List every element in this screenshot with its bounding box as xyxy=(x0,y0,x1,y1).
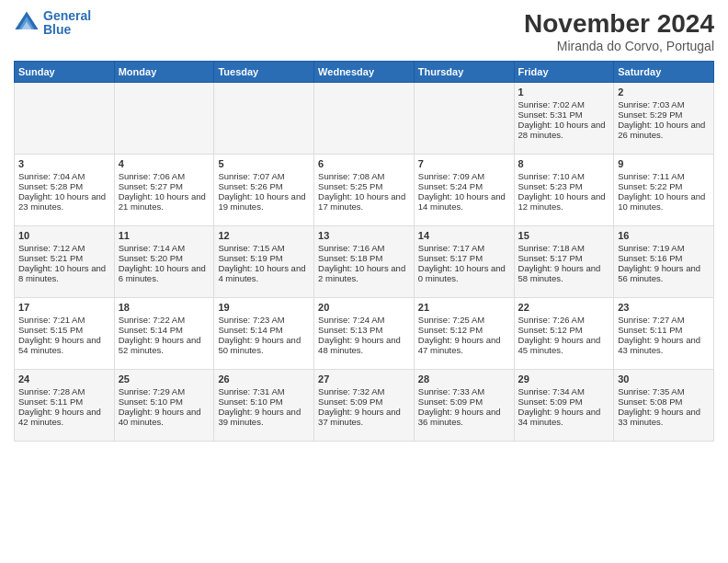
cell-info: Sunset: 5:14 PM xyxy=(119,325,210,335)
cell-info: Sunset: 5:09 PM xyxy=(418,396,510,407)
cell-info: Sunset: 5:27 PM xyxy=(119,181,210,191)
header: General Blue November 2024 Miranda do Co… xyxy=(14,9,714,53)
cell-info: Daylight: 9 hours and 42 minutes. xyxy=(18,407,110,427)
cell-info: Sunrise: 7:35 AM xyxy=(618,386,710,396)
cell-info: Sunrise: 7:31 AM xyxy=(218,386,310,396)
day-number: 14 xyxy=(418,230,510,241)
calendar-cell: 5Sunrise: 7:07 AMSunset: 5:26 PMDaylight… xyxy=(214,155,314,226)
cell-info: Sunset: 5:23 PM xyxy=(518,181,610,191)
cell-info: Sunset: 5:12 PM xyxy=(418,325,510,335)
cell-info: Daylight: 10 hours and 10 minutes. xyxy=(618,191,710,212)
calendar-cell xyxy=(314,83,415,155)
day-number: 16 xyxy=(618,230,710,241)
cell-info: Daylight: 9 hours and 43 minutes. xyxy=(618,335,710,355)
cell-info: Daylight: 9 hours and 37 minutes. xyxy=(318,407,410,427)
col-monday: Monday xyxy=(114,62,214,83)
day-number: 10 xyxy=(18,230,110,241)
day-number: 13 xyxy=(318,230,410,241)
cell-info: Sunset: 5:21 PM xyxy=(18,253,110,263)
day-number: 9 xyxy=(618,158,710,169)
day-number: 23 xyxy=(618,302,710,313)
calendar-cell: 7Sunrise: 7:09 AMSunset: 5:24 PMDaylight… xyxy=(414,155,514,226)
cell-info: Sunset: 5:09 PM xyxy=(518,396,610,407)
cell-info: Daylight: 9 hours and 47 minutes. xyxy=(418,335,510,355)
cell-info: Daylight: 10 hours and 4 minutes. xyxy=(218,263,310,283)
day-number: 7 xyxy=(418,158,510,169)
week-row-2: 3Sunrise: 7:04 AMSunset: 5:28 PMDaylight… xyxy=(15,155,714,226)
cell-info: Sunrise: 7:03 AM xyxy=(618,99,710,109)
cell-info: Sunrise: 7:18 AM xyxy=(518,243,610,253)
week-row-3: 10Sunrise: 7:12 AMSunset: 5:21 PMDayligh… xyxy=(15,226,714,298)
calendar-cell: 17Sunrise: 7:21 AMSunset: 5:15 PMDayligh… xyxy=(15,298,115,370)
day-number: 15 xyxy=(518,230,610,241)
title-block: November 2024 Miranda do Corvo, Portugal xyxy=(524,9,714,53)
calendar-cell: 8Sunrise: 7:10 AMSunset: 5:23 PMDaylight… xyxy=(514,155,614,226)
cell-info: Sunrise: 7:07 AM xyxy=(218,171,310,181)
cell-info: Sunset: 5:16 PM xyxy=(618,253,710,263)
calendar-cell: 12Sunrise: 7:15 AMSunset: 5:19 PMDayligh… xyxy=(214,226,314,298)
calendar-cell: 9Sunrise: 7:11 AMSunset: 5:22 PMDaylight… xyxy=(614,155,714,226)
col-wednesday: Wednesday xyxy=(314,62,415,83)
logo-line2: Blue xyxy=(43,22,71,37)
day-number: 2 xyxy=(618,86,710,98)
cell-info: Sunrise: 7:19 AM xyxy=(618,243,710,253)
cell-info: Sunrise: 7:24 AM xyxy=(318,315,410,325)
cell-info: Daylight: 10 hours and 21 minutes. xyxy=(119,191,210,212)
cell-info: Sunset: 5:18 PM xyxy=(318,253,410,263)
cell-info: Daylight: 9 hours and 54 minutes. xyxy=(18,335,110,355)
cell-info: Daylight: 10 hours and 26 minutes. xyxy=(618,120,710,140)
cell-info: Sunrise: 7:21 AM xyxy=(18,315,110,325)
day-number: 6 xyxy=(318,158,410,169)
calendar-cell xyxy=(15,83,115,155)
cell-info: Daylight: 10 hours and 0 minutes. xyxy=(418,263,510,283)
cell-info: Daylight: 9 hours and 50 minutes. xyxy=(218,335,310,355)
calendar-cell: 1Sunrise: 7:02 AMSunset: 5:31 PMDaylight… xyxy=(514,83,614,155)
cell-info: Sunrise: 7:26 AM xyxy=(518,315,610,325)
cell-info: Sunrise: 7:06 AM xyxy=(119,171,210,181)
cell-info: Sunset: 5:17 PM xyxy=(418,253,510,263)
cell-info: Sunrise: 7:17 AM xyxy=(418,243,510,253)
day-number: 27 xyxy=(318,373,410,385)
cell-info: Sunset: 5:29 PM xyxy=(618,109,710,120)
cell-info: Sunrise: 7:34 AM xyxy=(518,386,610,396)
cell-info: Daylight: 10 hours and 19 minutes. xyxy=(218,191,310,212)
day-number: 29 xyxy=(518,373,610,385)
calendar-cell: 11Sunrise: 7:14 AMSunset: 5:20 PMDayligh… xyxy=(114,226,214,298)
day-number: 20 xyxy=(318,302,410,313)
calendar-cell: 30Sunrise: 7:35 AMSunset: 5:08 PMDayligh… xyxy=(614,370,714,442)
cell-info: Daylight: 9 hours and 48 minutes. xyxy=(318,335,410,355)
day-number: 24 xyxy=(18,373,110,385)
cell-info: Sunrise: 7:23 AM xyxy=(218,315,310,325)
cell-info: Sunrise: 7:29 AM xyxy=(119,386,210,396)
calendar-cell: 3Sunrise: 7:04 AMSunset: 5:28 PMDaylight… xyxy=(15,155,115,226)
calendar-cell: 18Sunrise: 7:22 AMSunset: 5:14 PMDayligh… xyxy=(114,298,214,370)
page-container: General Blue November 2024 Miranda do Co… xyxy=(0,0,728,451)
logo-text: General Blue xyxy=(43,9,91,38)
cell-info: Daylight: 10 hours and 28 minutes. xyxy=(518,120,610,140)
day-number: 30 xyxy=(618,373,710,385)
cell-info: Daylight: 10 hours and 2 minutes. xyxy=(318,263,410,283)
cell-info: Sunrise: 7:12 AM xyxy=(18,243,110,253)
cell-info: Sunset: 5:09 PM xyxy=(318,396,410,407)
cell-info: Sunrise: 7:25 AM xyxy=(418,315,510,325)
cell-info: Sunrise: 7:28 AM xyxy=(18,386,110,396)
calendar-cell: 27Sunrise: 7:32 AMSunset: 5:09 PMDayligh… xyxy=(314,370,415,442)
calendar-cell: 20Sunrise: 7:24 AMSunset: 5:13 PMDayligh… xyxy=(314,298,415,370)
day-number: 22 xyxy=(518,302,610,313)
day-number: 25 xyxy=(119,373,210,385)
cell-info: Daylight: 9 hours and 34 minutes. xyxy=(518,407,610,427)
location: Miranda do Corvo, Portugal xyxy=(524,39,714,53)
cell-info: Daylight: 9 hours and 52 minutes. xyxy=(119,335,210,355)
day-number: 26 xyxy=(218,373,310,385)
day-number: 17 xyxy=(18,302,110,313)
calendar-cell: 25Sunrise: 7:29 AMSunset: 5:10 PMDayligh… xyxy=(114,370,214,442)
cell-info: Sunrise: 7:08 AM xyxy=(318,171,410,181)
cell-info: Sunset: 5:15 PM xyxy=(18,325,110,335)
cell-info: Daylight: 9 hours and 39 minutes. xyxy=(218,407,310,427)
cell-info: Daylight: 10 hours and 23 minutes. xyxy=(18,191,110,212)
cell-info: Daylight: 10 hours and 6 minutes. xyxy=(119,263,210,283)
cell-info: Sunrise: 7:16 AM xyxy=(318,243,410,253)
calendar-cell: 13Sunrise: 7:16 AMSunset: 5:18 PMDayligh… xyxy=(314,226,415,298)
day-number: 8 xyxy=(518,158,610,169)
calendar-cell xyxy=(414,83,514,155)
